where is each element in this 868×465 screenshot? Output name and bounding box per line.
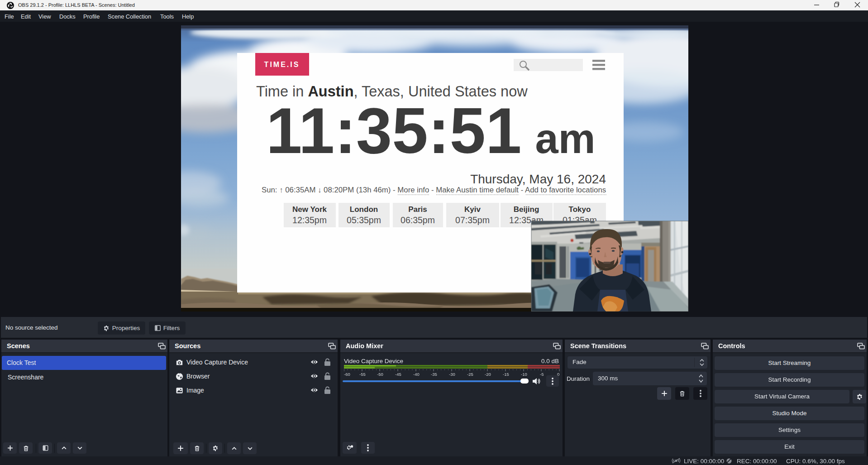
svg-text:-5: -5 (540, 372, 544, 377)
svg-text:07:35pm: 07:35pm (455, 215, 490, 225)
svg-text:12:35pm: 12:35pm (292, 215, 327, 225)
svg-text:-55: -55 (359, 372, 366, 377)
svg-text:-45: -45 (395, 372, 401, 377)
svg-text:Beijing: Beijing (514, 205, 539, 214)
svg-text:Sun: ↑ 06:35AM ↓ 08:20PM (13h: Sun: ↑ 06:35AM ↓ 08:20PM (13h 46m) - Mor… (262, 186, 606, 194)
svg-text:New York: New York (292, 205, 327, 214)
svg-text:Tokyo: Tokyo (569, 205, 591, 214)
svg-text:06:35pm: 06:35pm (401, 215, 435, 225)
svg-text:-20: -20 (485, 372, 491, 377)
svg-text:-40: -40 (413, 372, 420, 377)
svg-text:-25: -25 (467, 372, 473, 377)
svg-text:Kyiv: Kyiv (464, 205, 481, 214)
svg-text:-50: -50 (377, 372, 383, 377)
svg-text:London: London (350, 205, 378, 214)
svg-text:TIME.IS: TIME.IS (264, 61, 300, 68)
svg-text:Thursday, May 16, 2024: Thursday, May 16, 2024 (470, 172, 606, 186)
svg-text:Paris: Paris (408, 205, 427, 214)
svg-text:-30: -30 (449, 372, 455, 377)
svg-text:05:35pm: 05:35pm (347, 215, 381, 225)
svg-text:-35: -35 (431, 372, 437, 377)
svg-text:-60: -60 (344, 372, 350, 377)
svg-text:-15: -15 (503, 372, 509, 377)
svg-text:-10: -10 (521, 372, 527, 377)
